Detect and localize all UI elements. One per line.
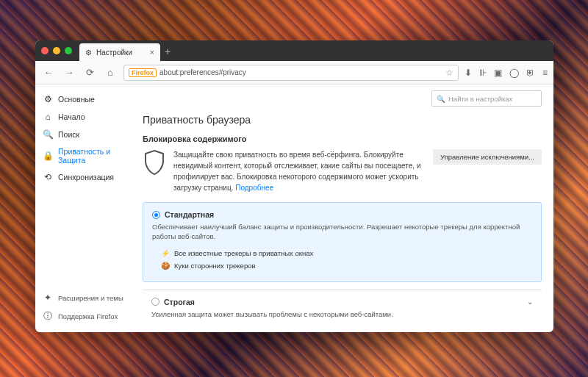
downloads-icon[interactable]: ⬇ bbox=[465, 68, 472, 78]
gear-icon: ⚙ bbox=[85, 49, 92, 57]
sidebar-item-label: Основные bbox=[58, 95, 95, 104]
new-tab-button[interactable]: + bbox=[165, 46, 171, 57]
gear-icon: ⚙ bbox=[43, 94, 53, 104]
chevron-down-icon[interactable]: ⌄ bbox=[527, 298, 533, 306]
content: ⚙ Основные ⌂ Начало 🔍 Поиск 🔒 Приватност… bbox=[35, 85, 553, 332]
option-standard[interactable]: Стандартная Обеспечивает наилучший балан… bbox=[143, 202, 542, 282]
option-title: Стандартная bbox=[165, 210, 214, 219]
radio-standard[interactable] bbox=[152, 211, 160, 219]
bookmark-star-icon[interactable]: ☆ bbox=[445, 68, 453, 78]
window-controls bbox=[41, 47, 72, 54]
option-description: Обеспечивает наилучший баланс защиты и п… bbox=[152, 222, 532, 242]
cookie-icon: 🍪 bbox=[161, 262, 170, 270]
firefox-badge: Firefox bbox=[129, 68, 157, 77]
feature-trackers: ⚡Все известные трекеры в приватных окнах bbox=[161, 249, 532, 257]
section-description: Защищайте свою приватность во время веб-… bbox=[173, 149, 426, 193]
option-title: Строгая bbox=[164, 298, 195, 306]
toolbar-icons: ⬇ ⊪ ▣ ◯ ⛨ ≡ bbox=[465, 68, 548, 78]
lock-icon: 🔒 bbox=[43, 151, 53, 161]
menu-icon[interactable]: ≡ bbox=[542, 68, 548, 78]
option-description: Усиленная защита может вызывать проблемы… bbox=[151, 309, 533, 319]
close-icon[interactable] bbox=[41, 47, 49, 54]
feature-cookies: 🍪Куки сторонних трекеров bbox=[161, 262, 532, 270]
tab-settings[interactable]: ⚙ Настройки × bbox=[79, 43, 160, 61]
browser-window: ⚙ Настройки × + ← → ⟳ ⌂ Firefox about:pr… bbox=[35, 40, 553, 332]
sidebar-icon[interactable]: ▣ bbox=[494, 68, 502, 78]
section-title: Блокировка содержимого bbox=[143, 134, 542, 143]
library-icon[interactable]: ⊪ bbox=[479, 68, 487, 78]
sidebar-item-sync[interactable]: ⟲ Синхронизация bbox=[35, 168, 131, 186]
sidebar-item-support[interactable]: ⓘ Поддержка Firefox bbox=[35, 306, 131, 326]
puzzle-icon: ✦ bbox=[43, 292, 53, 303]
sidebar-item-privacy[interactable]: 🔒 Приватность и Защита bbox=[35, 143, 131, 168]
sidebar-item-home[interactable]: ⌂ Начало bbox=[35, 108, 131, 126]
sidebar-item-label: Поиск bbox=[58, 130, 79, 139]
url-bar[interactable]: Firefox about:preferences#privacy ☆ bbox=[123, 65, 459, 81]
sidebar-item-general[interactable]: ⚙ Основные bbox=[35, 90, 131, 108]
shield-icon bbox=[143, 149, 166, 176]
maximize-icon[interactable] bbox=[65, 47, 72, 54]
main-panel: 🔍 Найти в настройках Приватность браузер… bbox=[131, 85, 553, 326]
page-title: Приватность браузера bbox=[143, 114, 542, 126]
forward-button[interactable]: → bbox=[62, 65, 76, 80]
sync-icon: ⟲ bbox=[43, 172, 53, 182]
option-strict[interactable]: Строгая ⌄ Усиленная защита может вызыват… bbox=[143, 290, 542, 319]
learn-more-link[interactable]: Подробнее bbox=[235, 184, 273, 192]
search-placeholder: Найти в настройках bbox=[448, 95, 512, 103]
settings-search-input[interactable]: 🔍 Найти в настройках bbox=[431, 90, 542, 107]
sidebar-item-label: Поддержка Firefox bbox=[58, 312, 118, 320]
sidebar-item-extensions[interactable]: ✦ Расширения и темы bbox=[35, 289, 131, 306]
minimize-icon[interactable] bbox=[53, 47, 60, 54]
account-icon[interactable]: ◯ bbox=[509, 68, 519, 78]
sidebar-item-label: Синхронизация bbox=[58, 173, 114, 182]
sidebar-item-label: Расширения и темы bbox=[58, 294, 123, 302]
back-button[interactable]: ← bbox=[41, 65, 56, 80]
help-icon: ⓘ bbox=[43, 310, 53, 323]
sidebar: ⚙ Основные ⌂ Начало 🔍 Поиск 🔒 Приватност… bbox=[35, 85, 131, 332]
search-icon: 🔍 bbox=[43, 129, 53, 140]
close-tab-icon[interactable]: × bbox=[150, 48, 154, 57]
manage-exceptions-button[interactable]: Управление исключениями... bbox=[433, 149, 542, 165]
home-button[interactable]: ⌂ bbox=[103, 65, 118, 80]
radio-strict[interactable] bbox=[151, 298, 159, 306]
search-icon: 🔍 bbox=[437, 95, 445, 103]
home-icon: ⌂ bbox=[43, 112, 53, 122]
toolbar: ← → ⟳ ⌂ Firefox about:preferences#privac… bbox=[35, 61, 553, 85]
url-text: about:preferences#privacy bbox=[159, 68, 246, 76]
sidebar-item-label: Начало bbox=[58, 112, 85, 121]
tab-title: Настройки bbox=[96, 49, 132, 57]
bolt-icon: ⚡ bbox=[161, 249, 170, 257]
sidebar-item-label: Приватность и Защита bbox=[58, 147, 123, 165]
titlebar: ⚙ Настройки × + bbox=[35, 40, 553, 61]
reload-button[interactable]: ⟳ bbox=[82, 65, 97, 80]
shield-icon[interactable]: ⛨ bbox=[526, 68, 535, 78]
sidebar-item-search[interactable]: 🔍 Поиск bbox=[35, 126, 131, 143]
